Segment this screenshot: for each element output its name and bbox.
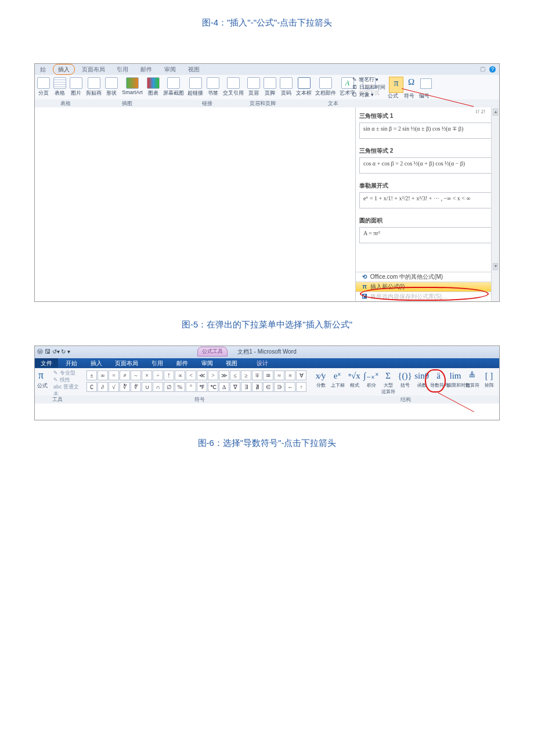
quickparts-button[interactable]: 文档部件 — [315, 77, 336, 97]
struct-radical[interactable]: ⁿ√x根式 — [346, 369, 363, 388]
tab-review-2[interactable]: 审阅 — [196, 358, 219, 368]
symbol-b0[interactable]: ∁ — [86, 382, 97, 392]
picture-button[interactable]: 图片 — [70, 77, 82, 97]
symbol-5[interactable]: × — [142, 370, 152, 380]
hyperlink-button[interactable]: 超链接 — [187, 77, 203, 97]
eq-trig1[interactable]: sin α ± sin β = 2 sin ½(α ± β) cos ½(α ∓… — [359, 123, 496, 139]
symbol-15[interactable]: ∓ — [252, 370, 262, 380]
tab-page-layout[interactable]: 页面布局 — [77, 64, 110, 74]
symbol-11[interactable]: > — [208, 370, 218, 380]
symbol-b10[interactable]: ℉ — [197, 382, 207, 392]
symbol-17[interactable]: ≈ — [274, 370, 284, 380]
symbol-b19[interactable]: ↑ — [296, 382, 306, 392]
gallery-scrollbar[interactable]: ▲ ▼ — [491, 107, 499, 301]
struct-bracket[interactable]: {()}括号 — [396, 369, 413, 388]
symbol-2[interactable]: = — [109, 370, 119, 380]
tab-page-layout-2[interactable]: 页面布局 — [109, 358, 144, 368]
scroll-up-icon[interactable]: ▲ — [493, 109, 498, 116]
symbol-3[interactable]: ≠ — [120, 370, 130, 380]
symbol-b6[interactable]: ∩ — [153, 382, 163, 392]
symbol-b15[interactable]: ∄ — [252, 382, 262, 392]
header-button[interactable]: 页眉 — [247, 77, 260, 97]
symbol-13[interactable]: ≤ — [230, 370, 240, 380]
equation-button[interactable]: π — [389, 77, 403, 93]
struct-operator[interactable]: ≜运算符 — [464, 369, 481, 388]
menu-office-more[interactable]: ⟲ Office.com 中的其他公式(M) ▸ — [356, 272, 499, 282]
tab-file[interactable]: 文件 — [35, 358, 58, 368]
symbol-b12[interactable]: ∆ — [219, 382, 229, 392]
symbol-b2[interactable]: √ — [109, 382, 119, 392]
bookmark-button[interactable]: 书签 — [207, 77, 219, 97]
symbol-b3[interactable]: ∛ — [120, 382, 130, 392]
page-break-button[interactable]: 分页 — [37, 77, 50, 97]
footer-button[interactable]: 页脚 — [264, 77, 276, 97]
date-time-button[interactable]: 🗓 日期和时间 — [352, 84, 385, 91]
symbol-4[interactable]: ~ — [131, 370, 141, 380]
linear-button[interactable]: ✎ 线性 — [53, 376, 82, 383]
smartart-button[interactable]: SmartArt — [121, 77, 143, 97]
symbol-12[interactable]: ≫ — [219, 370, 229, 380]
symbol-b16[interactable]: ∈ — [263, 382, 273, 392]
symbol-8[interactable]: ∝ — [175, 370, 185, 380]
tab-mailings-2[interactable]: 邮件 — [171, 358, 194, 368]
symbol-14[interactable]: ≥ — [241, 370, 251, 380]
help-icon[interactable]: ? — [489, 66, 496, 73]
tab-mailings[interactable]: 邮件 — [135, 64, 157, 74]
object-button[interactable]: 🗋 对象 ▾ — [352, 91, 385, 99]
tab-view[interactable]: 视图 — [183, 64, 205, 74]
shapes-button[interactable]: 形状 — [105, 77, 118, 97]
symbol-18[interactable]: ≡ — [285, 370, 295, 380]
chart-button[interactable]: 图表 — [147, 77, 160, 97]
symbol-b5[interactable]: ∪ — [142, 382, 152, 392]
struct-limit-log[interactable]: lim极限和对数 — [447, 369, 464, 388]
symbol-19[interactable]: ∀ — [296, 370, 306, 380]
pagenum-button[interactable]: 页码 — [280, 77, 293, 97]
struct-large-operator[interactable]: Σ大型 运算符 — [380, 369, 396, 395]
symbol-16[interactable]: ≅ — [263, 370, 273, 380]
symbol-b18[interactable]: ← — [285, 382, 295, 392]
eq-trig2[interactable]: cos α + cos β = 2 cos ½(α + β) cos ½(α −… — [359, 157, 496, 174]
symbol-1[interactable]: ∞ — [98, 370, 108, 380]
tab-design[interactable]: 设计 — [245, 358, 274, 368]
struct-matrix[interactable]: [ ]矩阵 — [481, 369, 497, 388]
symbol-b8[interactable]: % — [175, 382, 185, 392]
crossref-button[interactable]: 交叉引用 — [223, 77, 244, 97]
minimize-ribbon-icon[interactable]: ▢ — [480, 66, 485, 72]
symbol-b1[interactable]: ∂ — [98, 382, 108, 392]
tab-home[interactable]: 开始 — [60, 358, 83, 368]
symbol-10[interactable]: ≪ — [197, 370, 207, 380]
signature-line-button[interactable]: ✎ 签名行 ▾ — [352, 76, 385, 84]
table-button[interactable]: 表格 — [53, 77, 66, 97]
symbol-b9[interactable]: ° — [186, 382, 196, 392]
tab-references[interactable]: 引用 — [111, 64, 134, 74]
struct-integral[interactable]: ∫₋ₓˣ积分 — [363, 369, 380, 388]
symbol-9[interactable]: < — [186, 370, 196, 380]
symbol-7[interactable]: ! — [164, 370, 174, 380]
symbol-b13[interactable]: ∇ — [230, 382, 240, 392]
quick-access-toolbar[interactable]: Ⓦ 🖫 ↺▾ ↻ ▾ — [37, 348, 70, 356]
symbol-b14[interactable]: ∃ — [241, 382, 251, 392]
scroll-down-icon[interactable]: ▼ — [493, 263, 498, 270]
textbox-button[interactable]: 文本框 — [296, 77, 312, 97]
symbol-0[interactable]: ± — [86, 370, 97, 380]
professional-button[interactable]: ✎ 专业型 — [53, 369, 82, 376]
tab-view-2[interactable]: 视图 — [220, 358, 243, 368]
symbol-b17[interactable]: ∋ — [274, 382, 284, 392]
tab-references-2[interactable]: 引用 — [146, 358, 169, 368]
equation-gallery-dropdown[interactable]: 1! 2! 三角恒等式 1 sin α ± sin β = 2 sin ½(α … — [355, 107, 499, 301]
tab-home-trunc[interactable]: 始 — [35, 64, 51, 74]
eq-circle-area[interactable]: A = πr² — [359, 227, 496, 243]
eq-taylor[interactable]: eˣ = 1 + x/1! + x²/2! + x³/3! + ⋯ , −∞ <… — [359, 192, 496, 208]
number-button[interactable] — [420, 78, 432, 89]
symbol-b11[interactable]: ℃ — [208, 382, 218, 392]
struct-script[interactable]: eˣ上下标 — [329, 369, 346, 388]
tab-insert-2[interactable]: 插入 — [85, 358, 108, 368]
tab-review[interactable]: 审阅 — [159, 64, 181, 74]
symbol-6[interactable]: ÷ — [153, 370, 163, 380]
tab-insert[interactable]: 插入 — [53, 64, 75, 75]
symbol-b7[interactable]: ∅ — [164, 382, 174, 392]
equation-button-2[interactable]: π — [38, 369, 44, 381]
clipart-button[interactable]: 剪贴画 — [86, 77, 102, 97]
struct-fraction[interactable]: x⁄y分数 — [312, 369, 329, 388]
symbol-b4[interactable]: ∜ — [131, 382, 141, 392]
